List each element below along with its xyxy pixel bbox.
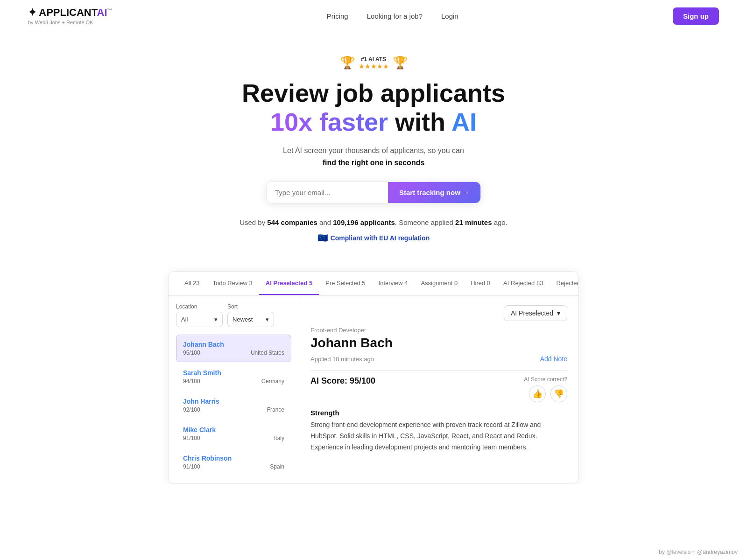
tab-rejected[interactable]: Rejected 7 bbox=[550, 272, 578, 295]
applicant-country: Spain bbox=[270, 463, 284, 470]
score-correct-label: AI Score correct? bbox=[524, 376, 567, 383]
hero-h1-gradient: 10x faster bbox=[270, 108, 388, 136]
status-dropdown[interactable]: AI Preselected ▾ bbox=[504, 305, 567, 321]
sort-label: Sort bbox=[227, 303, 274, 310]
score-feedback: AI Score correct? 👍 👎 bbox=[524, 376, 567, 402]
cta-form: Start tracking now → bbox=[266, 182, 481, 203]
location-filter: Location All ▾ bbox=[176, 303, 223, 327]
status-label: AI Preselected bbox=[511, 309, 553, 317]
left-laurel-icon: 🏆 bbox=[340, 56, 355, 70]
sort-filter: Sort Newest ▾ bbox=[227, 303, 274, 327]
applicant-score: 91/100 bbox=[183, 435, 200, 441]
ai-score: AI Score: 95/100 bbox=[310, 376, 375, 386]
applicant-score: 94/100 bbox=[183, 378, 200, 385]
strength-text: Strong front-end development experience … bbox=[310, 420, 567, 453]
thumbs: 👍 👎 bbox=[529, 385, 567, 402]
hero-sub2: find the right one in seconds bbox=[323, 159, 425, 167]
applicant-meta: 95/100 United States bbox=[183, 350, 284, 356]
filters: Location All ▾ Sort Newest ▾ bbox=[176, 303, 291, 327]
applicant-meta: 91/100 Italy bbox=[183, 435, 284, 441]
tab-interview[interactable]: Interview 4 bbox=[372, 272, 415, 295]
detail-name: Johann Bach bbox=[310, 336, 567, 350]
location-select[interactable]: All ▾ bbox=[176, 312, 223, 327]
location-value: All bbox=[181, 316, 188, 323]
status-chevron-icon: ▾ bbox=[557, 309, 560, 317]
nav-right: Sign up bbox=[673, 7, 719, 25]
logo-sub: by Web3 Jobs + Remote OK bbox=[28, 20, 113, 25]
applicant-item[interactable]: Sarah Smith 94/100 Germany bbox=[176, 363, 291, 391]
cta-button[interactable]: Start tracking now → bbox=[388, 182, 480, 203]
thumbs-up-button[interactable]: 👍 bbox=[529, 385, 546, 402]
badge: 🏆 #1 AI ATS ★★★★★ 🏆 bbox=[340, 56, 408, 70]
right-laurel-icon: 🏆 bbox=[393, 56, 408, 70]
applicant-item[interactable]: Chris Robinson 91/100 Spain bbox=[176, 448, 291, 476]
applicant-country: United States bbox=[251, 350, 284, 356]
divider bbox=[310, 370, 567, 371]
sort-value: Newest bbox=[233, 316, 253, 323]
applicant-score: 91/100 bbox=[183, 463, 200, 470]
tab-ai-rejected[interactable]: AI Rejected 83 bbox=[497, 272, 550, 295]
applicant-meta: 94/100 Germany bbox=[183, 378, 284, 385]
eu-label: Compliant with EU AI regulation bbox=[331, 234, 430, 242]
tab-all[interactable]: All 23 bbox=[178, 272, 206, 295]
detail-header: AI Preselected ▾ bbox=[310, 305, 567, 321]
thumbs-down-button[interactable]: 👎 bbox=[550, 385, 567, 402]
demo-body: Location All ▾ Sort Newest ▾ Johann B bbox=[169, 296, 578, 483]
logo-icon: ✦ APPLICANT bbox=[28, 7, 97, 18]
email-input[interactable] bbox=[267, 182, 388, 203]
nav-jobs[interactable]: Looking for a job? bbox=[367, 12, 423, 20]
eu-badge: 🇪🇺 Compliant with EU AI regulation bbox=[317, 233, 430, 243]
applicant-item[interactable]: Johann Bach 95/100 United States bbox=[176, 335, 291, 362]
add-note-button[interactable]: Add Note bbox=[540, 355, 567, 363]
tab-assignment[interactable]: Assignment 0 bbox=[414, 272, 464, 295]
sort-chevron-icon: ▾ bbox=[266, 316, 269, 323]
sort-select[interactable]: Newest ▾ bbox=[227, 312, 274, 327]
nav-login[interactable]: Login bbox=[441, 12, 458, 20]
logo-ai: AI bbox=[97, 7, 107, 18]
applicant-score: 92/100 bbox=[183, 406, 200, 413]
hero-h1-line1: Review job applicants bbox=[242, 79, 505, 107]
role-label: Front-end Developer bbox=[310, 327, 567, 334]
applied-time: Applied 18 minutes ago bbox=[310, 356, 374, 363]
tab-todo[interactable]: Todo Review 3 bbox=[206, 272, 259, 295]
nav-pricing[interactable]: Pricing bbox=[327, 12, 348, 20]
tabs-bar: All 23 Todo Review 3 AI Preselected 5 Pr… bbox=[169, 272, 578, 296]
applicant-name: Mike Clark bbox=[183, 426, 284, 434]
applicant-country: France bbox=[267, 406, 284, 413]
badge-rank: #1 AI ATS bbox=[361, 56, 386, 63]
hero-subtitle: Let AI screen your thousands of applican… bbox=[9, 145, 738, 168]
stats-applied: . Someone applied bbox=[395, 218, 455, 226]
signup-button[interactable]: Sign up bbox=[673, 7, 719, 25]
demo-panel: All 23 Todo Review 3 AI Preselected 5 Pr… bbox=[168, 271, 579, 484]
stats-applicants: 109,196 applicants bbox=[333, 218, 395, 226]
badge-stars: ★★★★★ bbox=[359, 63, 389, 70]
score-row: AI Score: 95/100 AI Score correct? 👍 👎 bbox=[310, 376, 567, 402]
applicant-item[interactable]: John Harris 92/100 France bbox=[176, 392, 291, 419]
eu-flag-icon: 🇪🇺 bbox=[317, 233, 328, 243]
sidebar: Location All ▾ Sort Newest ▾ Johann B bbox=[169, 296, 299, 483]
hero-h1-blue: AI bbox=[451, 108, 477, 136]
tab-preselected[interactable]: Pre Selected 5 bbox=[319, 272, 372, 295]
applicant-country: Italy bbox=[274, 435, 284, 441]
applicant-name: John Harris bbox=[183, 398, 284, 405]
applicant-score: 95/100 bbox=[183, 350, 200, 356]
location-chevron-icon: ▾ bbox=[214, 316, 218, 323]
tab-ai-preselected[interactable]: AI Preselected 5 bbox=[259, 272, 319, 295]
stats-and: and bbox=[317, 218, 333, 226]
applicant-item[interactable]: Mike Clark 91/100 Italy bbox=[176, 420, 291, 448]
applied-row: Applied 18 minutes ago Add Note bbox=[310, 355, 567, 363]
hero-heading: Review job applicants 10x faster with AI bbox=[9, 78, 738, 136]
tab-hired[interactable]: Hired 0 bbox=[464, 272, 497, 295]
hero-sub1: Let AI screen your thousands of applican… bbox=[283, 147, 464, 154]
stats-minutes: 21 minutes bbox=[455, 218, 492, 226]
applicant-name: Chris Robinson bbox=[183, 455, 284, 462]
nav-links: Pricing Looking for a job? Login bbox=[327, 12, 458, 20]
applicant-meta: 91/100 Spain bbox=[183, 463, 284, 470]
strength-label: Strength bbox=[310, 409, 567, 417]
stats-used: Used by bbox=[240, 218, 267, 226]
stats-text: Used by 544 companies and 109,196 applic… bbox=[9, 218, 738, 226]
applicant-name: Johann Bach bbox=[183, 341, 284, 348]
detail-panel: AI Preselected ▾ Front-end Developer Joh… bbox=[299, 296, 578, 483]
applicant-meta: 92/100 France bbox=[183, 406, 284, 413]
location-label: Location bbox=[176, 303, 223, 310]
